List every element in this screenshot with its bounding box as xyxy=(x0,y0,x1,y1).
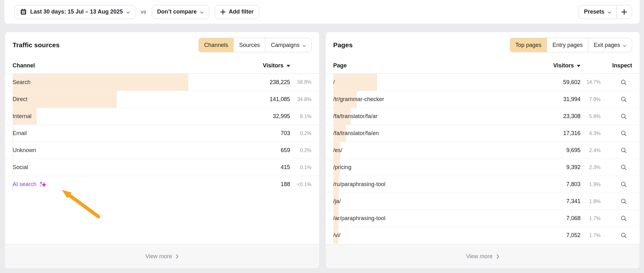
visitors-share: 5.8% xyxy=(580,114,601,119)
magnifier-icon xyxy=(620,96,627,103)
pages-table-header: Page Visitors Inspect xyxy=(326,58,640,74)
channel-name-cell: Direct xyxy=(13,96,269,103)
chevron-down-icon xyxy=(126,9,130,15)
vs-label: vs xyxy=(141,9,146,15)
traffic-sources-title: Traffic sources xyxy=(13,41,59,49)
channel-name-cell: AI search xyxy=(13,181,280,188)
table-row[interactable]: /tr/grammar-checker 31,994 7.9% xyxy=(326,91,640,108)
tab-exit-pages[interactable]: Exit pages xyxy=(588,38,632,52)
table-row[interactable]: Search 238,225 58.8% xyxy=(5,74,319,91)
visitors-value: 7,052 xyxy=(566,232,580,239)
visitors-value: 7,341 xyxy=(566,198,580,205)
table-row[interactable]: /vi/ 7,052 1.7% xyxy=(326,227,640,244)
tab-sources[interactable]: Sources xyxy=(233,38,265,52)
sort-desc-icon xyxy=(577,65,580,67)
calendar-icon xyxy=(20,8,27,15)
magnifier-icon xyxy=(620,198,627,205)
visitors-share: 2.3% xyxy=(580,165,601,170)
table-row[interactable]: /ar/paraphrasing-tool 7,068 1.7% xyxy=(326,210,640,227)
page-path: /vi/ xyxy=(333,232,341,239)
table-row[interactable]: /es/ 9,695 2.4% xyxy=(326,142,640,159)
table-row[interactable]: Unknown 659 0.2% xyxy=(5,142,319,159)
page-path: /es/ xyxy=(333,147,342,154)
table-row[interactable]: Email 703 0.2% xyxy=(5,125,319,142)
inspect-column-header: Inspect xyxy=(601,62,632,69)
top-toolbar: Last 30 days: 15 Jul – 13 Aug 2025 vs Do… xyxy=(4,0,640,24)
page-path-cell: /pricing xyxy=(333,164,566,171)
inspect-button[interactable] xyxy=(620,164,627,171)
table-row[interactable]: /fa/translator/fa/en 17,316 4.3% xyxy=(326,125,640,142)
chevron-down-icon xyxy=(303,42,306,49)
visitors-value: 9,392 xyxy=(566,164,580,171)
visitors-share: 2.4% xyxy=(580,148,601,153)
page-path-cell: /ja/ xyxy=(333,198,566,205)
visitors-value: 703 xyxy=(280,130,290,137)
visitors-share: <0.1% xyxy=(290,182,312,187)
inspect-button[interactable] xyxy=(620,113,627,120)
pages-view-more-button[interactable]: View more xyxy=(326,244,640,268)
tab-campaigns[interactable]: Campaigns xyxy=(265,38,311,52)
compare-label: Don’t compare xyxy=(157,9,197,15)
channel-name: Unknown xyxy=(13,147,36,154)
traffic-table-body: Search 238,225 58.8% Direct 141,085 34.8… xyxy=(5,74,319,193)
channel-name-cell: Email xyxy=(13,130,280,137)
table-row[interactable]: / 59,602 14.7% xyxy=(326,74,640,91)
inspect-button[interactable] xyxy=(620,130,627,137)
table-row[interactable]: Internal 32,995 8.1% xyxy=(5,108,319,125)
visitors-share: 1.8% xyxy=(580,199,601,204)
table-row[interactable]: /ru/paraphrasing-tool 7,803 1.9% xyxy=(326,176,640,193)
visitors-sort-header[interactable]: Visitors xyxy=(263,62,290,69)
visitors-share: 7.9% xyxy=(580,97,601,102)
visitors-share: 34.8% xyxy=(290,97,312,102)
page-path: /fa/translator/fa/ar xyxy=(333,113,378,120)
add-filter-button[interactable]: Add filter xyxy=(215,5,259,19)
visitors-sort-header[interactable]: Visitors xyxy=(553,62,580,69)
traffic-view-more-button[interactable]: View more xyxy=(5,244,319,268)
view-more-label: View more xyxy=(466,253,493,260)
visitors-value: 415 xyxy=(280,164,290,171)
visitors-share: 0.2% xyxy=(290,131,312,136)
visitors-value: 9,695 xyxy=(566,147,580,154)
visitors-share: 4.3% xyxy=(580,131,601,136)
table-row[interactable]: /ja/ 7,341 1.8% xyxy=(326,193,640,210)
page-path: / xyxy=(333,79,335,86)
channel-name-cell: Social xyxy=(13,164,280,171)
traffic-tabs: Channels Sources Campaigns xyxy=(198,38,311,52)
visitors-share: 14.7% xyxy=(580,79,601,85)
date-range-label: Last 30 days: 15 Jul – 13 Aug 2025 xyxy=(30,9,123,15)
inspect-button[interactable] xyxy=(620,79,627,86)
visitors-value: 59,602 xyxy=(563,79,580,86)
inspect-button[interactable] xyxy=(620,215,627,222)
visitors-share: 1.9% xyxy=(580,182,601,187)
magnifier-icon xyxy=(620,164,627,171)
table-row[interactable]: /pricing 9,392 2.3% xyxy=(326,159,640,176)
compare-button[interactable]: Don’t compare xyxy=(152,5,209,19)
page-path-cell: / xyxy=(333,79,563,86)
presets-button[interactable]: Presets xyxy=(579,5,616,19)
inspect-button[interactable] xyxy=(620,198,627,205)
tab-channels[interactable]: Channels xyxy=(199,38,233,52)
pages-table-body: / 59,602 14.7% /tr/grammar-chec xyxy=(326,74,640,244)
inspect-button[interactable] xyxy=(620,181,627,188)
channel-column-header: Channel xyxy=(13,62,263,69)
page-path-cell: /fa/translator/fa/en xyxy=(333,130,563,137)
table-row[interactable]: /fa/translator/fa/ar 23,308 5.8% xyxy=(326,108,640,125)
table-row[interactable]: Direct 141,085 34.8% xyxy=(5,91,319,108)
visitors-value: 7,803 xyxy=(566,181,580,188)
channel-name: Direct xyxy=(13,96,27,103)
visitors-column-label: Visitors xyxy=(263,62,284,69)
table-row[interactable]: Social 415 0.1% xyxy=(5,159,319,176)
inspect-button[interactable] xyxy=(620,147,627,154)
presets-group: Presets xyxy=(579,5,632,19)
tab-campaigns-label: Campaigns xyxy=(271,42,299,48)
tab-top-pages[interactable]: Top pages xyxy=(510,38,547,52)
date-range-button[interactable]: Last 30 days: 15 Jul – 13 Aug 2025 xyxy=(14,5,135,19)
new-preset-button[interactable] xyxy=(616,5,632,19)
visitors-share: 0.1% xyxy=(290,165,312,170)
table-row[interactable]: AI search 188 <0.1% xyxy=(5,176,319,193)
visitors-share: 1.7% xyxy=(580,216,601,221)
tab-entry-pages[interactable]: Entry pages xyxy=(547,38,588,52)
inspect-button[interactable] xyxy=(620,232,627,239)
chevron-right-icon xyxy=(176,254,179,259)
inspect-button[interactable] xyxy=(620,96,627,103)
